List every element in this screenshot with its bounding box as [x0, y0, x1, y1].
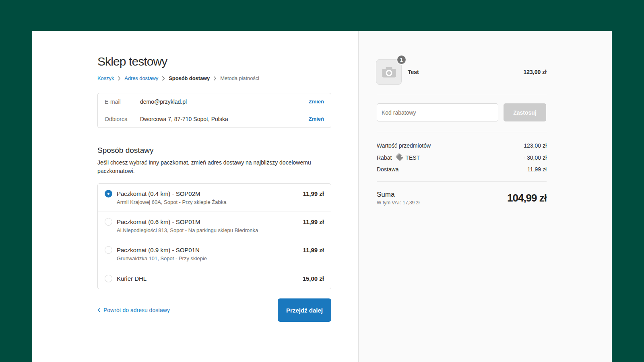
- breadcrumb-sposob-dostawy: Sposób dostawy: [169, 75, 210, 82]
- chevron-right-icon: [162, 76, 165, 81]
- product-price: 123,00 zł: [523, 69, 547, 75]
- chevron-right-icon: [118, 76, 121, 81]
- option-label: Paczkomat (0.4 km) - SOP02M: [117, 190, 200, 197]
- email-value: demo@przyklad.pl: [140, 99, 187, 105]
- apply-discount-button[interactable]: Zastosuj: [504, 103, 546, 121]
- grand-total-value: 104,99 zł: [507, 192, 547, 204]
- grand-total-labels: Suma W tym VAT: 17,39 zł: [377, 190, 419, 206]
- main-column: Sklep testowy Koszyk Adres dostawy Sposó…: [97, 31, 331, 361]
- recipient-row: Odbiorca Dworcowa 7, 87-710 Sopot, Polsk…: [98, 110, 331, 128]
- breadcrumb-koszyk[interactable]: Koszyk: [97, 75, 114, 82]
- totals-block: Wartość przedmiotów 123,00 zł Rabat TEST…: [377, 142, 547, 173]
- breadcrumb-adres-dostawy[interactable]: Adres dostawy: [124, 75, 158, 82]
- camera-icon: [382, 67, 396, 78]
- recipient-label: Odbiorca: [105, 116, 140, 122]
- option-label: Paczkomat (0.9 km) - SOP01N: [117, 246, 200, 254]
- radio-unselected[interactable]: [105, 218, 112, 226]
- radio-selected[interactable]: [105, 190, 112, 197]
- grand-total-label: Suma: [377, 190, 419, 199]
- summary-divider: [377, 181, 547, 182]
- change-address-link[interactable]: Zmień: [309, 116, 324, 122]
- recipient-value: Dworcowa 7, 87-710 Sopot, Polska: [140, 116, 228, 122]
- discount-label: Rabat: [377, 154, 392, 162]
- shipping-section-title: Sposób dostawy: [97, 146, 331, 155]
- discount-total-row: Rabat TEST - 30,00 zł: [377, 153, 547, 162]
- continue-button[interactable]: Przejdź dalej: [278, 298, 331, 322]
- shipping-label: Dostawa: [377, 165, 398, 173]
- checkout-card: Sklep testowy Koszyk Adres dostawy Sposó…: [32, 31, 612, 362]
- product-thumbnail: 1: [376, 59, 402, 85]
- discount-tag-icon: [396, 153, 404, 162]
- shipping-value: 11,99 zł: [527, 165, 547, 173]
- vat-note: W tym VAT: 17,39 zł: [377, 200, 419, 206]
- shipping-total-row: Dostawa 11,99 zł: [377, 165, 547, 173]
- option-price: 11,99 zł: [303, 246, 324, 254]
- email-row: E-mail demo@przyklad.pl Zmień: [98, 93, 331, 110]
- grand-total-row: Suma W tym VAT: 17,39 zł 104,99 zł: [377, 190, 547, 206]
- radio-unselected[interactable]: [105, 275, 112, 282]
- option-sublabel: Armii Krajowej 60A, Sopot - Przy sklepie…: [117, 199, 324, 206]
- discount-code-input[interactable]: [377, 103, 498, 121]
- footer-divider: [97, 361, 331, 361]
- chevron-right-icon: [213, 76, 217, 81]
- summary-divider: [377, 94, 547, 94]
- shipping-options: Paczkomat (0.4 km) - SOP02M 11,99 zł Arm…: [97, 183, 331, 289]
- option-price: 15,00 zł: [303, 275, 324, 282]
- breadcrumb-metoda-platnosci: Metoda płatności: [220, 75, 259, 82]
- discount-value: - 30,00 zł: [523, 154, 547, 162]
- subtotal-label: Wartość przedmiotów: [377, 142, 431, 150]
- change-email-link[interactable]: Zmień: [309, 99, 324, 105]
- option-label: Paczkomat (0.6 km) - SOP01M: [117, 218, 200, 226]
- store-title: Sklep testowy: [97, 54, 331, 69]
- quantity-badge: 1: [397, 56, 406, 64]
- back-link[interactable]: Powrót do adresu dostawy: [97, 307, 170, 313]
- product-name: Test: [408, 69, 419, 75]
- discount-row: Zastosuj: [377, 103, 547, 121]
- radio-unselected[interactable]: [105, 246, 112, 254]
- option-price: 11,99 zł: [303, 190, 324, 197]
- summary-divider: [377, 132, 547, 132]
- option-price: 11,99 zł: [303, 218, 324, 226]
- product-row: 1 Test 123,00 zł: [377, 59, 547, 85]
- subtotal-row: Wartość przedmiotów 123,00 zł: [377, 142, 547, 150]
- discount-code: TEST: [405, 154, 420, 162]
- shipping-option-sop01n[interactable]: Paczkomat (0.9 km) - SOP01N 11,99 zł Gru…: [98, 240, 331, 268]
- breadcrumb: Koszyk Adres dostawy Sposób dostawy Meto…: [97, 75, 331, 82]
- shipping-option-kurier-dhl[interactable]: Kurier DHL 15,00 zł: [98, 268, 331, 289]
- order-summary: 1 Test 123,00 zł Zastosuj Wartość przedm…: [377, 31, 547, 206]
- shipping-option-sop02m[interactable]: Paczkomat (0.4 km) - SOP02M 11,99 zł Arm…: [98, 184, 331, 212]
- back-link-label: Powrót do adresu dostawy: [103, 307, 170, 313]
- chevron-left-icon: [97, 308, 101, 313]
- footer-nav: Powrót do adresu dostawy Przejdź dalej: [97, 298, 331, 322]
- option-sublabel: Al.Niepodległości 813, Sopot - Na parkin…: [117, 227, 324, 234]
- shipping-option-sop01m[interactable]: Paczkomat (0.6 km) - SOP01M 11,99 zł Al.…: [98, 212, 331, 240]
- option-sublabel: Grunwaldzka 101, Sopot - Przy sklepie: [117, 255, 324, 262]
- shipping-section-description: Jeśli chcesz wybrać inny paczkomat, zmie…: [97, 158, 331, 175]
- contact-info-box: E-mail demo@przyklad.pl Zmień Odbiorca D…: [97, 93, 331, 128]
- email-label: E-mail: [105, 99, 140, 105]
- option-label: Kurier DHL: [117, 275, 147, 282]
- subtotal-value: 123,00 zł: [524, 142, 547, 150]
